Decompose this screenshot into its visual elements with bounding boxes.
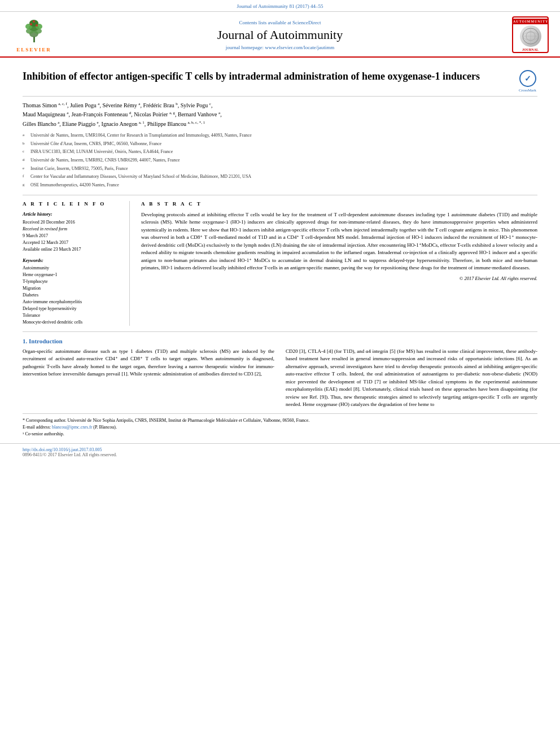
email-attribution: (P. Blancou).: [93, 425, 117, 430]
affil-text-f: Center for Vascular and Inflammatory Dis…: [30, 173, 251, 182]
bottom-links: http://dx.doi.org/10.1016/j.jaut.2017.03…: [0, 443, 560, 461]
paper-content: Inhibition of effector antigen-specific …: [0, 58, 560, 443]
keyword-tolerance: Tolerance: [23, 312, 121, 319]
crossmark-label: CrossMark: [519, 88, 536, 93]
svg-point-10: [33, 20, 35, 23]
elsevier-brand-name: ELSEVIER: [16, 47, 51, 53]
badge-bottom-text: JOURNAL: [522, 48, 539, 51]
affil-text-c: INRA USC1383, IECM; LUNAM Université, On…: [30, 148, 173, 157]
affiliation-a: a Université de Nantes, Inserm, UMR1064,…: [23, 132, 537, 141]
autoimmunity-badge: AUTOIMMUNITY JOURNAL: [512, 16, 549, 53]
svg-point-9: [36, 24, 38, 27]
keyword-monocyte-derived: Monocyte-derived dendritic cells: [23, 319, 121, 326]
intro-heading: 1. Introduction: [23, 338, 537, 344]
affil-sup-d: d: [23, 157, 28, 165]
journal-homepage: journal homepage: www.elsevier.com/locat…: [56, 45, 504, 50]
keyword-migration: Migration: [23, 285, 121, 292]
elsevier-logo: ELSEVIER: [11, 18, 56, 53]
affiliation-e: e Institut Curie, Inserm, UMR932, 75005,…: [23, 165, 537, 174]
affil-text-b: Université Côte d'Azur, Inserm, CNRS, IP…: [30, 141, 161, 149]
affiliation-f: f Center for Vascular and Inflammatory D…: [23, 173, 537, 182]
available-date: Available online 23 March 2017: [23, 246, 121, 253]
article-info-column: A R T I C L E I N F O Article history: R…: [23, 201, 130, 326]
crossmark-icon: ✓: [519, 70, 536, 87]
affiliation-g: g OSE Immunotherapeutics, 44200 Nantes, …: [23, 182, 537, 190]
abstract-heading: A B S T R A C T: [141, 201, 537, 207]
homepage-prefix: journal homepage:: [226, 45, 264, 50]
intro-col2: CD20 [3], CTLA-4 [4] (for T1D), and α4 i…: [286, 348, 537, 409]
affiliations-section: a Université de Nantes, Inserm, UMR1064,…: [23, 132, 537, 190]
affil-sup-f: f: [23, 173, 28, 182]
email-value: blancou@ipmc.cnrs.fr: [52, 425, 92, 430]
affiliation-b: b Université Côte d'Azur, Inserm, CNRS, …: [23, 141, 537, 149]
two-column-section: A R T I C L E I N F O Article history: R…: [23, 195, 537, 332]
affil-sup-c: c: [23, 148, 28, 157]
page-container: Journal of Autoimmunity 81 (2017) 44–55: [0, 0, 560, 461]
email-label: E-mail address:: [23, 425, 51, 430]
journal-logo-right: AUTOIMMUNITY JOURNAL: [504, 16, 549, 53]
affil-text-g: OSE Immunotherapeutics, 44200 Nantes, Fr…: [30, 182, 119, 190]
top-reference: Journal of Autoimmunity 81 (2017) 44–55: [0, 0, 560, 12]
authors-section: Thomas Simon a, c, f, Julien Pogu a, Sév…: [23, 101, 537, 129]
keyword-diabetes: Diabetes: [23, 292, 121, 299]
journal-header: ELSEVIER Contents lists available at Sci…: [0, 12, 560, 58]
affil-text-a: Université de Nantes, Inserm, UMR1064, C…: [30, 132, 252, 141]
received-date: Received 20 December 2016: [23, 219, 121, 226]
affil-text-d: Université de Nantes, Inserm, UMR892, CN…: [30, 157, 180, 165]
crossmark-badge: ✓ CrossMark: [518, 70, 537, 93]
affil-text-e: Institut Curie, Inserm, UMR932, 75005, P…: [30, 165, 128, 174]
affiliation-d: d Université de Nantes, Inserm, UMR892, …: [23, 157, 537, 165]
affil-sup-b: b: [23, 141, 28, 149]
keyword-autoimmunity: Autoimmunity: [23, 265, 121, 272]
keyword-delayed-type: Delayed type hypersensitivity: [23, 305, 121, 312]
footnotes-area: * Corresponding author. Université de Ni…: [23, 413, 537, 438]
doi-link: http://dx.doi.org/10.1016/j.jaut.2017.03…: [23, 447, 537, 452]
copyright-line: © 2017 Elsevier Ltd. All rights reserved…: [141, 276, 537, 281]
affil-sup-g: g: [23, 182, 28, 190]
affil-sup-e: e: [23, 165, 28, 174]
badge-top-label: AUTOIMMUNITY: [513, 19, 548, 24]
article-main-title: Inhibition of effector antigen-specific …: [23, 70, 518, 83]
svg-point-8: [30, 23, 32, 25]
article-info-heading: A R T I C L E I N F O: [23, 201, 121, 207]
elsevier-tree-icon: [19, 19, 50, 44]
abstract-column: A B S T R A C T Developing protocols aim…: [141, 201, 537, 326]
introduction-section: 1. Introduction Organ-specific autoimmun…: [23, 338, 537, 409]
affiliation-c: c INRA USC1383, IECM; LUNAM Université, …: [23, 148, 537, 157]
accepted-date: Accepted 12 March 2017: [23, 239, 121, 246]
issn-text: 0896-8411/© 2017 Elsevier Ltd. All right…: [23, 452, 537, 457]
affil-sup-a: a: [23, 132, 28, 141]
article-history-label: Article history:: [23, 211, 121, 217]
received-revised-date: 9 March 2017: [23, 233, 121, 239]
coauthor-footnote: ¹ Co-senior authorship.: [23, 431, 537, 438]
article-title-section: Inhibition of effector antigen-specific …: [23, 64, 537, 97]
homepage-url: www.elsevier.com/locate/jautimm: [265, 45, 334, 50]
journal-reference: Journal of Autoimmunity 81 (2017) 44–55: [237, 3, 323, 9]
intro-col1: Organ-specific autoimmune disease such a…: [23, 348, 274, 409]
keyword-tlymphocyte: T-lymphocyte: [23, 278, 121, 285]
elsevier-logo-image: [14, 18, 54, 46]
keyword-heme-oxygenase: Heme oxygenase-1: [23, 272, 121, 278]
badge-circle-image: [520, 25, 541, 47]
journal-title-center: Contents lists available at ScienceDirec…: [56, 20, 504, 50]
email-footnote: E-mail address: blancou@ipmc.cnrs.fr (P.…: [23, 424, 537, 431]
received-revised-label: Received in revised form: [23, 226, 121, 233]
keyword-encephalomyelitis: Auto-immune encephalomyelitis: [23, 299, 121, 305]
science-direct-link: Contents lists available at ScienceDirec…: [56, 20, 504, 25]
corresponding-footnote: * Corresponding author. Université de Ni…: [23, 417, 537, 424]
science-direct-text: Contents lists available at ScienceDirec…: [239, 20, 321, 25]
svg-rect-0: [33, 37, 35, 42]
intro-two-col-body: Organ-specific autoimmune disease such a…: [23, 348, 537, 409]
journal-name: Journal of Autoimmunity: [56, 28, 504, 42]
keywords-label: Keywords:: [23, 257, 121, 263]
abstract-text: Developing protocols aimed at inhibiting…: [141, 211, 537, 272]
